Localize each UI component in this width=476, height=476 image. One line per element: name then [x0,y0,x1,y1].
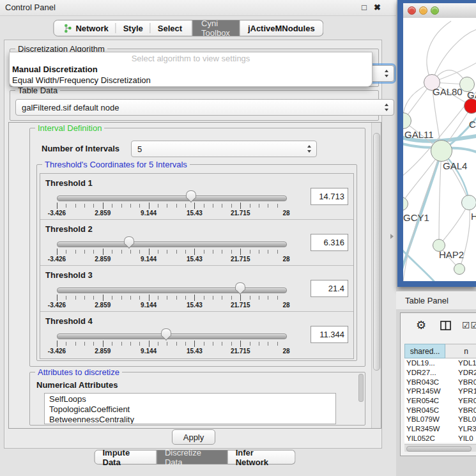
close-window-icon[interactable]: ✖ [374,3,381,12]
tab-discretize-data[interactable]: Discretize Data [157,450,228,464]
network-node[interactable] [454,263,465,275]
zoom-traffic-light[interactable] [431,6,439,15]
thresholds-group: Threshold's Coordinates for 5 Intervals … [36,164,357,361]
dropdown-option-equal-width[interactable]: Equal Width/Frequency Discretization [10,75,372,86]
node-label: H [471,211,476,222]
slider-track[interactable] [57,288,287,293]
table-row[interactable]: YLR345WYLR3 [404,424,476,434]
threshold-4-slider: -3.4262.8599.14415.4321.71528 [57,330,288,357]
axis-tick-label: -3.426 [48,302,66,309]
close-traffic-light[interactable] [408,6,416,15]
table-data-combo[interactable]: galFiltered.sif default node [15,99,394,116]
axis-tick-label: 2.859 [95,210,111,217]
slider-handle[interactable] [186,190,195,203]
axis-tick-label: 28 [282,348,289,355]
axis-tick-label: 15.43 [187,348,203,355]
node-label: GAL11 [404,129,434,140]
tab-network-label: Network [75,24,108,33]
axis-tick-label: 21.715 [231,210,250,217]
tab-network[interactable]: Network [56,24,115,33]
tab-impute-data[interactable]: Impute Data [95,450,157,464]
node-label: GAL4 [443,160,467,171]
table-row[interactable]: YDR27...YDR2 [404,368,476,378]
vertical-scrollbar[interactable] [371,123,381,428]
table-row[interactable]: YIL052CYIL0 [404,434,476,443]
threshold-4-label: Threshold 4 [45,316,93,326]
slider-track[interactable] [57,334,287,339]
table-header-row: shared... n [404,344,476,358]
tab-group-left: Network Style Select [53,20,192,36]
horizontal-scrollbar[interactable] [404,444,476,452]
slider-ticks [57,295,286,301]
slider-handle[interactable] [124,236,133,249]
slider-ticks [57,249,286,255]
control-panel-titlebar: Control Panel □ ✖ [0,0,396,16]
threshold-3-label: Threshold 3 [45,270,93,280]
numerical-attributes-list[interactable]: SelfLoopsTopologicalCoefficientBetweenne… [44,393,336,424]
bottom-tabbar: Impute Data Discretize Data Infer Networ… [95,450,296,464]
axis-tick-label: 15.43 [187,256,203,263]
tab-select[interactable]: Select [151,24,189,33]
dropdown-option-manual[interactable]: Manual Discretization [10,64,372,75]
tab-infer-network[interactable]: Infer Network [228,450,296,464]
checkbox-icons[interactable]: ☑☑ [462,320,476,330]
dropdown-prompt: Select algorithm to view settings [10,53,372,64]
slider-axis-labels: -3.4262.8599.14415.4321.71528 [57,348,286,355]
float-window-icon[interactable]: □ [362,3,367,12]
axis-tick-label: 9.144 [141,210,157,217]
threshold-4-value-field[interactable]: 11.344 [311,326,348,343]
horizontal-scrollbar-thumb[interactable] [406,446,472,452]
threshold-2-value-field[interactable]: 6.316 [311,234,348,251]
table-row[interactable]: YDL19...YDL1 [404,358,476,368]
control-panel-window: Control Panel □ ✖ Network Style Select C… [0,0,396,476]
slider-axis-labels: -3.4262.8599.14415.4321.71528 [57,256,286,263]
slider-track[interactable] [57,196,287,201]
table-panel-title: Table Panel [405,296,449,305]
axis-tick-label: 28 [282,256,289,263]
vertical-scrollbar-thumb[interactable] [373,133,380,371]
slider-axis-labels: -3.4262.8599.14415.4321.71528 [57,302,286,309]
gear-icon[interactable]: ⚙ [416,318,426,332]
list-scrollbar[interactable] [358,374,364,402]
tab-jactivemnodules[interactable]: jActiveMNodules [240,20,324,36]
axis-tick-label: 2.859 [95,302,111,309]
column-header-shared[interactable]: shared... [404,344,445,358]
tab-cyni-toolbox[interactable]: Cyni Toolbox [192,20,240,36]
slider-handle[interactable] [161,328,170,341]
number-of-intervals-combo[interactable]: 5 [131,141,317,157]
network-node[interactable] [464,98,476,114]
thresholds-container: Threshold 1 -3.4262.8599.14415.4321.7152… [40,173,354,359]
table-row[interactable]: YBR043CYBR0 [404,377,476,387]
table-row[interactable]: YER054CYER0 [404,396,476,406]
list-item[interactable]: SelfLoops [49,394,335,404]
axis-tick-label: 15.43 [187,302,203,309]
node-label: GAL80 [433,86,463,97]
tab-style[interactable]: Style [116,24,150,33]
threshold-1-value-field[interactable]: 14.713 [311,188,348,205]
splitter-handle[interactable] [390,234,394,239]
table-data-group-title: Table Data [15,86,60,95]
table-row[interactable]: YBL079WYBL0 [404,415,476,424]
axis-tick-label: 2.859 [95,256,111,263]
network-node[interactable] [431,140,452,162]
list-item[interactable]: TopologicalCoefficient [49,404,335,415]
column-header-name[interactable]: n [445,344,476,358]
slider-ticks [57,341,286,347]
list-item[interactable]: BetweennessCentrality [49,415,335,424]
interval-definition-group: Interval Definition Number of Intervals … [29,128,365,367]
slider-handle[interactable] [235,282,244,295]
threshold-3-value-field[interactable]: 21.4 [311,280,348,297]
screen: Control Panel □ ✖ Network Style Select C… [0,0,476,476]
table-row[interactable]: YBR045CYBR0 [404,405,476,415]
attributes-group: Attributes to discretize Numerical Attri… [29,372,365,426]
network-canvas[interactable]: GAL80GACGAL11GAL4GCY1HHAP2 [403,18,476,281]
threshold-2-label: Threshold 2 [45,224,93,234]
columns-icon[interactable] [440,321,451,330]
threshold-2-slider: -3.4262.8599.14415.4321.71528 [57,238,288,265]
apply-button[interactable]: Apply [172,429,215,445]
table-row[interactable]: YPR145WYPR1 [404,387,476,396]
network-node[interactable] [461,195,476,210]
minimize-traffic-light[interactable] [419,6,427,15]
table-data-combo-value: galFiltered.sif default node [22,103,119,112]
slider-track[interactable] [57,242,287,247]
